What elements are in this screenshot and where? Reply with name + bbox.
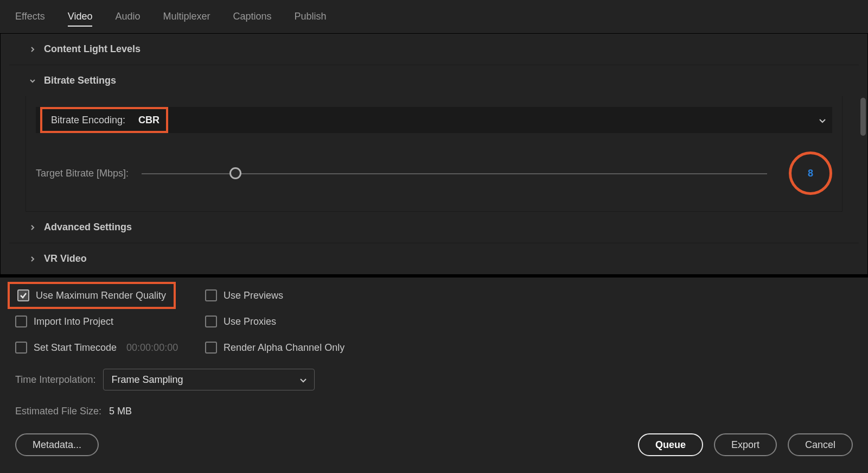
export-options: Use Maximum Render Quality Use Previews … [0,274,868,471]
section-title: VR Video [44,253,87,264]
bitrate-encoding-label: Bitrate Encoding: [51,115,125,126]
chevron-right-icon [29,255,36,263]
check-use-previews[interactable]: Use Previews [205,289,853,301]
chevron-down-icon [300,374,307,386]
check-label: Use Previews [224,290,283,301]
footer-buttons: Metadata... Queue Export Cancel [15,433,853,456]
bitrate-encoding-value: CBR [138,115,159,126]
check-max-render-quality[interactable]: Use Maximum Render Quality [17,289,166,301]
tab-captions[interactable]: Captions [233,11,272,27]
section-vr-video[interactable]: VR Video [9,243,859,274]
export-button[interactable]: Export [714,433,777,456]
check-label: Render Alpha Channel Only [224,342,344,354]
section-content-light-levels[interactable]: Content Light Levels [9,34,859,65]
check-use-proxies[interactable]: Use Proxies [205,316,853,327]
metadata-button[interactable]: Metadata... [15,433,99,456]
section-bitrate-settings[interactable]: Bitrate Settings [9,65,859,96]
check-render-alpha-only[interactable]: Render Alpha Channel Only [205,342,853,354]
tab-multiplexer[interactable]: Multiplexer [163,11,210,27]
annotation-highlight: Use Maximum Render Quality [8,282,176,309]
bitrate-encoding-dropdown[interactable]: Bitrate Encoding: CBR [36,107,832,133]
bitrate-settings-content: Bitrate Encoding: CBR Target Bitrate [Mb… [25,96,843,212]
tab-video[interactable]: Video [68,11,93,27]
queue-button[interactable]: Queue [638,433,703,456]
check-set-start-timecode[interactable]: Set Start Timecode 00:00:00:00 [15,342,205,354]
check-label: Set Start Timecode [34,342,117,354]
scrollbar[interactable] [860,98,866,136]
estimated-file-size-value: 5 MB [109,406,132,417]
checkbox-icon [205,289,217,301]
slider-handle[interactable] [229,167,241,179]
section-advanced-settings[interactable]: Advanced Settings [9,212,859,243]
target-bitrate-label: Target Bitrate [Mbps]: [36,168,129,179]
time-interpolation-dropdown[interactable]: Frame Sampling [103,369,315,390]
target-bitrate-row: Target Bitrate [Mbps]: 8 [36,152,832,195]
section-title: Bitrate Settings [44,75,116,86]
annotation-highlight: Bitrate Encoding: CBR [40,107,168,133]
checkbox-icon [205,342,217,354]
tab-effects[interactable]: Effects [15,11,45,27]
checkbox-icon [15,342,27,354]
target-bitrate-value-wrap: 8 [789,152,832,195]
time-interpolation-label: Time Interpolation: [15,374,95,386]
estimated-file-size-row: Estimated File Size: 5 MB [15,406,853,417]
tab-audio[interactable]: Audio [115,11,140,27]
chevron-down-icon [819,115,826,126]
export-tabs: Effects Video Audio Multiplexer Captions… [0,0,868,34]
checkbox-icon [205,316,217,327]
cancel-button[interactable]: Cancel [788,433,853,456]
check-label: Use Proxies [224,316,276,327]
check-label: Import Into Project [34,316,113,327]
start-timecode-value[interactable]: 00:00:00:00 [126,342,178,354]
chevron-right-icon [29,224,36,231]
estimated-file-size-label: Estimated File Size: [15,406,101,417]
tab-publish[interactable]: Publish [295,11,327,27]
checkbox-icon [17,289,29,301]
dropdown-value: Frame Sampling [111,374,183,386]
time-interpolation-row: Time Interpolation: Frame Sampling [15,369,853,390]
target-bitrate-slider[interactable] [142,167,767,180]
video-panel: Content Light Levels Bitrate Settings Bi… [0,34,868,274]
chevron-right-icon [29,46,36,53]
section-title: Content Light Levels [44,43,141,55]
chevron-down-icon [29,77,36,85]
checkbox-icon [15,316,27,327]
check-import-into-project[interactable]: Import Into Project [15,316,205,327]
annotation-circle [789,152,832,195]
check-label: Use Maximum Render Quality [36,290,166,301]
section-title: Advanced Settings [44,222,132,233]
